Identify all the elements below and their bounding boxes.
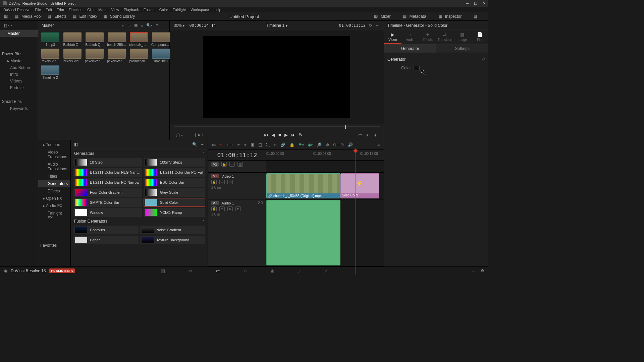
generator-item[interactable]: Grey Scale [144,188,205,197]
generator-item[interactable]: BT.2111 Color Bar PQ Narrow [73,178,142,187]
inspector-icon[interactable]: ▦Inspector [438,14,462,19]
generator-item[interactable]: BT.2111 Color Bar PQ Full [144,168,205,177]
settings-icon[interactable]: ⚙ [481,268,484,273]
track-header-a1[interactable]: A1 Audio 1 2.0 🔒 ● S M 1 Clip [208,199,266,266]
video-clip[interactable]: 🔗cheetah_-_53486 (Original).mp4 [266,173,340,198]
stop-icon[interactable]: ■ [278,132,281,137]
bin-master[interactable]: Master [0,30,38,37]
audio-clip[interactable] [266,200,340,265]
menu-trim[interactable]: Trim [57,8,64,12]
fx-panel-toggle-icon[interactable]: ◧ [74,142,78,147]
home-icon[interactable]: ⌂ [472,268,475,273]
tl-options-icon[interactable]: ≡ [377,142,380,147]
volume-icon[interactable]: 🔊 [348,142,353,147]
menu-help[interactable]: Help [214,8,221,12]
playhead[interactable] [356,150,356,275]
menu-timeline[interactable]: Timeline [69,8,83,12]
page-fairlight[interactable]: ♪ [298,268,300,274]
media-item[interactable]: Timeline 2 [40,65,60,79]
track-header-v1[interactable]: V1 Video 1 🔒 ▭ ◫ 2 Clips [208,173,266,199]
color-swatch[interactable] [414,66,420,70]
inspector-tab-effects[interactable]: ✦Effects [419,30,436,44]
go-last-icon[interactable]: ⏭ [291,132,296,137]
media-item[interactable]: beach-2562… [107,32,127,47]
link-clip-icon[interactable]: 🔗 [280,142,285,147]
next-mark-icon[interactable]: ⏵ [366,132,370,137]
close-button[interactable]: ✕ [483,1,486,6]
page-deliver[interactable]: ↗ [324,268,328,274]
insert-icon[interactable]: ⎆ [244,142,247,147]
replace-icon[interactable]: ◫ [258,142,262,147]
effects-icon[interactable]: ▦Effects [48,14,66,19]
overlay-icon[interactable]: ▭ [358,132,362,137]
viewer-zoom[interactable]: 30% [174,23,182,28]
track-solo-button[interactable]: S [227,206,233,211]
link-icon[interactable]: ⍟ [274,142,276,147]
menu-clip[interactable]: Clip [87,8,94,12]
viewer-scrubber[interactable] [170,124,384,130]
fit-icon[interactable]: ⛶ [266,142,270,147]
menu-file[interactable]: File [35,8,41,12]
fx-tree-audio-fx[interactable]: ▸ Audio FX [38,202,70,209]
reset-icon[interactable]: ⟲ [482,57,485,62]
maximize-button[interactable]: ☐ [474,1,477,6]
media-item[interactable]: Pexels Vide… [62,49,83,63]
generator-item[interactable]: Window [73,208,142,217]
track-enable-icon[interactable]: ▭ [219,180,225,184]
bin-videos[interactable]: Videos [0,78,38,84]
generator-item[interactable]: 100mV Steps [144,158,205,167]
generator-item[interactable]: 10 Step [73,158,142,167]
bin-abo-button[interactable]: Abo Button [0,64,38,71]
fx-tree-fairlight-fx[interactable]: Fairlight FX [38,209,70,222]
track-enable-icon[interactable]: ▭ [229,162,235,167]
fx-menu-icon[interactable]: ⋯ [201,142,205,147]
panel-right-icon[interactable]: ▦ [474,14,478,19]
media-item[interactable]: Bathtub O… [62,32,83,47]
track-header-v2[interactable]: V2 🔒 ▭ ◫ [208,161,266,172]
page-color[interactable]: ◉ [270,268,274,274]
fx-tree-generators[interactable]: Generators [38,180,70,187]
media-pool-icon[interactable]: ▦Media Pool [15,14,42,19]
timeline-ruler[interactable]: 01:00:00:0001:00:06:0001:00:12:00 [266,150,384,160]
bypass-icon[interactable]: ⟳ [369,23,372,28]
generator-item[interactable]: Contours [73,226,139,234]
generator-item[interactable]: Noise Gradient [140,226,205,234]
overwrite-icon[interactable]: ▣ [251,142,254,147]
menu-icon[interactable]: ⋯ [162,23,166,27]
prev-edit-icon[interactable]: ⦉ ● ⦊ [194,132,204,137]
inspector-subtab-generator[interactable]: Generator [384,44,436,53]
page-fusion[interactable]: ○ [244,268,247,274]
match-frame-icon[interactable]: ▢ ▾ [176,132,183,137]
fx-tree-audio-transitions[interactable]: Audio Transitions [38,161,70,173]
generator-item[interactable]: Texture Background [140,236,205,244]
smartbin-keywords[interactable]: Keywords [0,105,38,112]
fx-search-icon[interactable]: 🔍 [192,142,197,147]
zoom-fit-icon[interactable]: 🔎 [317,142,322,147]
fx-tree-titles[interactable]: Titles [38,173,70,180]
flag-icon[interactable]: ⚑▾ [299,142,304,147]
track-mute-button[interactable]: M [235,206,241,211]
inspector-tab-video[interactable]: ▶Video [384,30,401,44]
media-item[interactable]: Timeline 1 [151,49,171,63]
prev-mark-icon[interactable]: ⏴ [373,132,378,137]
track-record-icon[interactable]: ● [219,206,225,211]
generator-item[interactable]: Four Color Gradient [73,188,142,197]
loop-icon[interactable]: ↻ [299,132,303,137]
minimize-button[interactable]: ─ [466,1,469,6]
page-edit[interactable]: ▭ [216,268,220,274]
blade-tool-icon[interactable]: ✂ [237,142,240,147]
inspector-tab-image[interactable]: ▦Image [453,30,471,44]
panel-left-icon[interactable]: ▦ [4,14,9,19]
generator-item[interactable]: EBU Color Bar [144,178,205,187]
fx-tree-toolbox[interactable]: ▸ Toolbox [38,141,70,148]
page-media[interactable]: ▤ [161,268,165,274]
media-item[interactable]: Bathtub Q… [85,32,105,47]
edit-index-icon[interactable]: ▦Edit Index [73,14,97,19]
menu-view[interactable]: View [111,8,119,12]
fx-tree-effects[interactable]: Effects [38,187,70,195]
view-list-icon[interactable]: ≡ [141,23,143,27]
viewer-menu-icon[interactable]: ⋯ [376,23,380,28]
menu-fairlight[interactable]: Fairlight [173,8,186,12]
viewer-timeline-name[interactable]: Timeline 1 [266,23,284,28]
fx-section-header[interactable]: Generators⌃ [71,149,208,158]
